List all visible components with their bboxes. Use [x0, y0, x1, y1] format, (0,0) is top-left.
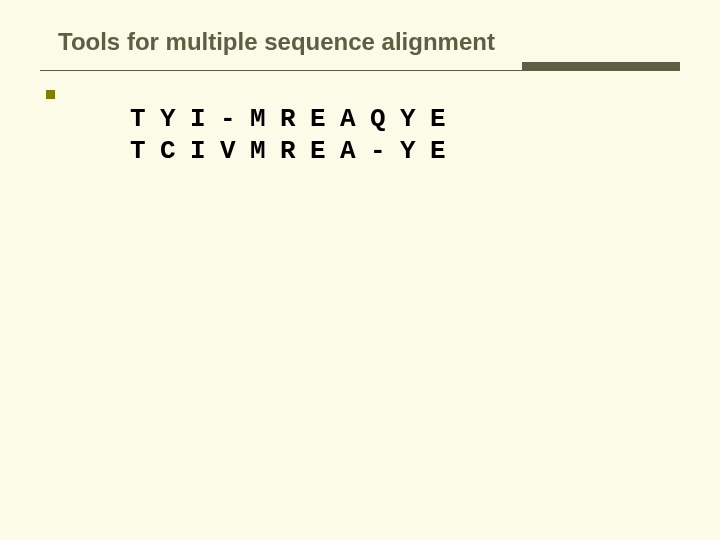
sequence-row-1: TYI-MREAQYE: [130, 104, 460, 136]
residue: I: [190, 104, 220, 136]
residue: V: [220, 136, 250, 168]
sequence-alignment-block: TYI-MREAQYE TCIVMREA-YE: [130, 104, 460, 167]
residue: Y: [400, 136, 430, 168]
residue: M: [250, 104, 280, 136]
title-underline-accent: [522, 62, 680, 70]
residue: T: [130, 136, 160, 168]
residue: -: [220, 104, 250, 136]
residue: -: [370, 136, 400, 168]
residue: Y: [160, 104, 190, 136]
residue: E: [310, 104, 340, 136]
residue: C: [160, 136, 190, 168]
residue: A: [340, 104, 370, 136]
bullet-icon: [46, 90, 55, 99]
residue: T: [130, 104, 160, 136]
residue: Q: [370, 104, 400, 136]
sequence-row-2: TCIVMREA-YE: [130, 136, 460, 168]
slide-title: Tools for multiple sequence alignment: [58, 28, 495, 56]
residue: Y: [400, 104, 430, 136]
residue: M: [250, 136, 280, 168]
residue: R: [280, 136, 310, 168]
residue: E: [430, 136, 460, 168]
residue: E: [310, 136, 340, 168]
residue: A: [340, 136, 370, 168]
slide: Tools for multiple sequence alignment TY…: [0, 0, 720, 540]
residue: R: [280, 104, 310, 136]
residue: I: [190, 136, 220, 168]
residue: E: [430, 104, 460, 136]
title-underline: [40, 70, 680, 71]
